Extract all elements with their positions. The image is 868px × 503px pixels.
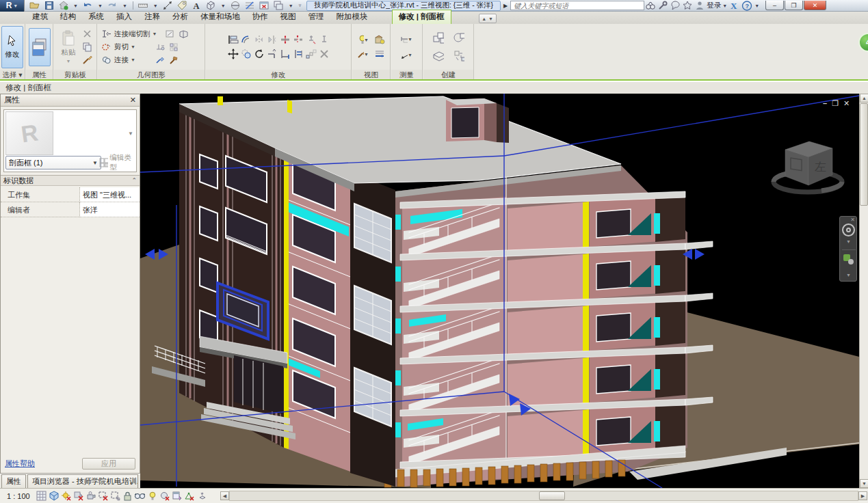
tab-properties[interactable]: 属性: [1, 474, 26, 488]
analytical-model-visibility-icon[interactable]: [183, 490, 196, 502]
help-icon[interactable]: ?: [741, 1, 753, 11]
tab-project-browser[interactable]: 项目浏览器 - 技师学院机电培训...: [27, 474, 138, 488]
align-icon[interactable]: [227, 34, 239, 46]
paint-icon[interactable]: [155, 54, 166, 66]
horizontal-scroll-thumb[interactable]: [539, 491, 565, 500]
apply-coping-icon[interactable]: [155, 41, 166, 53]
tab-addins[interactable]: 附加模块: [330, 10, 374, 24]
type-selector-combo[interactable]: 剖面框 (1)▼: [5, 156, 101, 169]
zoom-tool-icon[interactable]: [848, 259, 854, 264]
chevron-down-icon[interactable]: ▼: [128, 131, 133, 137]
panel-label-modify[interactable]: 修改: [206, 70, 351, 79]
tab-insert[interactable]: 插入: [110, 10, 138, 24]
exchange-apps-icon[interactable]: X: [728, 1, 741, 11]
unpin-icon[interactable]: [305, 34, 317, 46]
render-icon[interactable]: [373, 34, 385, 46]
customize-qat-icon[interactable]: ▿: [299, 3, 302, 8]
sun-path-icon[interactable]: [60, 490, 73, 502]
aligned-dimension-icon[interactable]: [162, 0, 174, 11]
synchronize-icon[interactable]: [57, 0, 69, 11]
sign-in-label[interactable]: 登录: [707, 1, 721, 10]
chevron-down-icon[interactable]: ▼: [153, 3, 158, 8]
close-icon[interactable]: ✕: [130, 96, 136, 105]
stair-windows[interactable]: [354, 204, 391, 426]
subscription-center-icon[interactable]: [657, 1, 669, 11]
tab-massing-site[interactable]: 体量和场地: [194, 10, 246, 24]
tab-architecture[interactable]: 建筑: [26, 10, 54, 24]
undo-icon[interactable]: [82, 0, 94, 11]
chevron-down-icon[interactable]: ▼: [846, 239, 851, 244]
notification-badge[interactable]: 4: [858, 33, 868, 52]
copy-to-clipboard-icon[interactable]: [81, 41, 93, 53]
copy-icon[interactable]: [240, 49, 252, 60]
favorites-star-icon[interactable]: [681, 1, 694, 11]
section-icon[interactable]: [230, 0, 241, 11]
chevron-down-icon[interactable]: ▼: [122, 3, 127, 8]
reveal-hidden-lightbulb-icon[interactable]: ▼: [357, 34, 369, 46]
default-3d-view-icon[interactable]: [205, 0, 217, 11]
trim-extend-corner-icon[interactable]: [266, 49, 278, 60]
close-button[interactable]: ✕: [804, 1, 826, 10]
scroll-right-icon[interactable]: ▶: [858, 491, 867, 500]
chevron-down-icon[interactable]: ▼: [221, 3, 226, 8]
trim-extend-multiple-icon[interactable]: [292, 49, 304, 60]
tab-collaborate[interactable]: 协作: [246, 10, 274, 24]
navbar-close-icon[interactable]: ✕: [850, 217, 855, 223]
crop-view-icon[interactable]: [97, 490, 109, 502]
property-row-edited-by[interactable]: 编辑者 张洋: [1, 202, 140, 217]
wall-joins-icon[interactable]: [168, 41, 180, 53]
linework-brush-icon[interactable]: ▼: [357, 49, 369, 60]
tab-systems[interactable]: 系统: [82, 10, 110, 24]
panel-label-create[interactable]: 创建: [423, 70, 473, 79]
communication-center-icon[interactable]: [669, 1, 681, 11]
locked-3d-view-icon[interactable]: [122, 490, 134, 502]
identity-data-group-header[interactable]: 标识数据⌃: [1, 175, 140, 186]
view-minimize-button[interactable]: –: [823, 99, 827, 108]
measure-ruler-icon[interactable]: ▼: [401, 33, 412, 45]
tab-annotate[interactable]: 注释: [138, 10, 166, 24]
mirror-pick-axis-icon[interactable]: [253, 34, 265, 46]
infocenter-search-input[interactable]: [510, 1, 644, 10]
array-icon[interactable]: [305, 49, 317, 60]
temporary-hide-isolate-icon[interactable]: [134, 490, 146, 502]
create-group-icon[interactable]: [432, 32, 444, 44]
tab-structure[interactable]: 结构: [54, 10, 82, 24]
chevron-down-icon[interactable]: ▼: [98, 3, 103, 8]
scale-button[interactable]: 1 : 100: [0, 492, 36, 500]
vertical-scroll-thumb[interactable]: [860, 103, 868, 206]
paste-button[interactable]: 粘贴▼: [57, 26, 79, 68]
panel-label-properties[interactable]: 属性: [26, 70, 53, 79]
view-close-button[interactable]: ✕: [843, 99, 850, 108]
search-binoculars-icon[interactable]: [644, 1, 657, 11]
redo-icon[interactable]: [107, 0, 118, 11]
edit-type-button[interactable]: 编辑类型: [99, 156, 135, 169]
rotate-icon[interactable]: [253, 49, 265, 60]
chevron-down-icon[interactable]: ▼: [754, 3, 759, 8]
chevron-down-icon[interactable]: ▼: [73, 3, 78, 8]
crop-region-visibility-icon[interactable]: [109, 490, 122, 502]
property-value[interactable]: 视图 "三维视...: [80, 187, 140, 202]
chevron-down-icon[interactable]: ▼: [722, 3, 727, 8]
panel-label-clipboard[interactable]: 剪贴板: [54, 70, 96, 79]
visual-style-icon[interactable]: [48, 490, 60, 502]
tab-analyze[interactable]: 分析: [166, 10, 194, 24]
chevron-down-icon[interactable]: ▼: [289, 3, 293, 8]
split-element-icon[interactable]: [279, 34, 291, 46]
tab-manage[interactable]: 管理: [302, 10, 330, 24]
detail-level-icon[interactable]: [36, 490, 48, 502]
vertical-scrollbar[interactable]: ▲ ▼: [859, 94, 868, 488]
cut-to-clipboard-icon[interactable]: [81, 28, 93, 40]
cut-profile-icon[interactable]: [164, 28, 176, 40]
steering-wheel-icon[interactable]: [842, 223, 855, 236]
move-icon[interactable]: [227, 49, 239, 60]
switch-windows-icon[interactable]: [273, 0, 285, 11]
drawing-area[interactable]: 左 – ❐ ✕ ✕ ▼ ▼ ▲ ▼: [140, 94, 868, 488]
properties-help-link[interactable]: 属性帮助: [5, 459, 35, 469]
scroll-left-icon[interactable]: ◀: [220, 491, 229, 500]
sign-in-person-icon[interactable]: [694, 1, 706, 11]
text-icon[interactable]: A: [191, 0, 202, 11]
panel-label-geometry[interactable]: 几何图形: [98, 70, 205, 79]
chevron-down-icon[interactable]: ▼: [846, 273, 851, 277]
scroll-up-icon[interactable]: ▲: [860, 94, 868, 103]
panel-label-select[interactable]: 选择 ▾: [0, 70, 25, 79]
